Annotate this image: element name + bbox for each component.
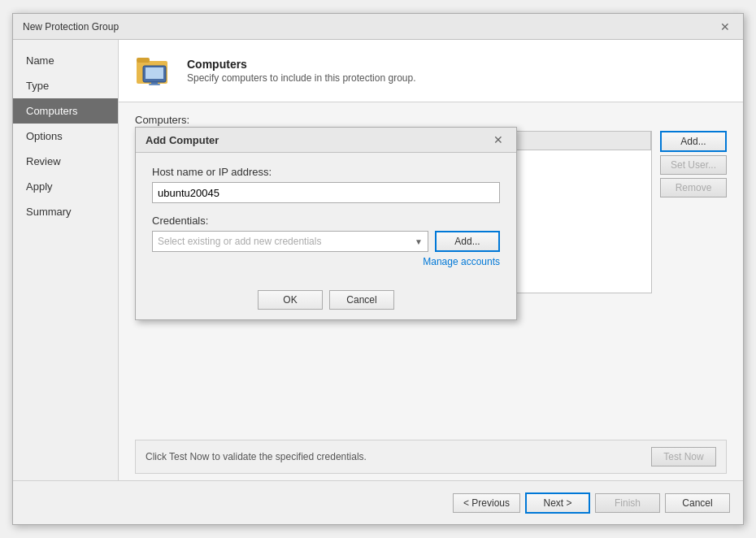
main-window: New Protection Group ✕ Name Type Compute… xyxy=(12,13,744,525)
svg-rect-5 xyxy=(149,84,160,85)
computers-icon xyxy=(135,51,174,90)
set-user-button[interactable]: Set User... xyxy=(660,155,727,175)
content-area: Name Type Computers Options Review Apply… xyxy=(13,40,743,480)
cancel-dialog-button[interactable]: Cancel xyxy=(329,290,394,310)
sidebar-item-name[interactable]: Name xyxy=(13,48,118,73)
sidebar-item-type[interactable]: Type xyxy=(13,73,118,98)
header-subtitle: Specify computers to include in this pro… xyxy=(187,72,415,84)
footer-buttons: < Previous Next > Finish Cancel xyxy=(13,480,743,524)
finish-button[interactable]: Finish xyxy=(595,493,660,513)
dropdown-arrow-icon: ▼ xyxy=(415,237,423,246)
dialog-title: Add Computer xyxy=(146,134,219,146)
left-sidebar: Name Type Computers Options Review Apply… xyxy=(13,40,119,480)
right-panel: Computers: Computer Account Add... Set U… xyxy=(119,102,743,480)
host-input[interactable] xyxy=(152,182,500,203)
main-content: Computers Specify computers to include i… xyxy=(119,40,743,480)
dialog-title-bar: Add Computer ✕ xyxy=(136,128,516,153)
dialog-footer: OK Cancel xyxy=(136,280,516,319)
remove-button[interactable]: Remove xyxy=(660,178,727,197)
header-title: Computers xyxy=(187,58,415,71)
window-close-button[interactable]: ✕ xyxy=(717,20,733,33)
dialog-body: Host name or IP address: Credentials: Se… xyxy=(136,153,516,280)
sidebar-item-options[interactable]: Options xyxy=(13,124,118,149)
credentials-row: Select existing or add new credentials ▼… xyxy=(152,231,500,252)
next-button[interactable]: Next > xyxy=(525,492,590,514)
add-computer-button[interactable]: Add... xyxy=(660,131,727,152)
computers-label: Computers: xyxy=(135,114,727,126)
window-title: New Protection Group xyxy=(23,21,119,33)
sidebar-item-computers[interactable]: Computers xyxy=(13,98,118,124)
header-text: Computers Specify computers to include i… xyxy=(187,58,415,84)
ok-button[interactable]: OK xyxy=(258,290,323,310)
host-label: Host name or IP address: xyxy=(152,166,500,178)
cancel-button[interactable]: Cancel xyxy=(665,493,730,513)
add-credentials-button[interactable]: Add... xyxy=(435,231,500,252)
credentials-dropdown[interactable]: Select existing or add new credentials ▼ xyxy=(152,231,428,252)
test-now-button[interactable]: Test Now xyxy=(651,447,716,466)
add-computer-dialog: Add Computer ✕ Host name or IP address: … xyxy=(135,127,517,320)
svg-rect-4 xyxy=(151,82,158,84)
table-buttons: Add... Set User... Remove xyxy=(660,131,727,293)
credentials-label: Credentials: xyxy=(152,215,500,227)
dialog-close-button[interactable]: ✕ xyxy=(490,133,506,146)
svg-rect-1 xyxy=(137,58,150,63)
title-bar: New Protection Group ✕ xyxy=(13,14,743,40)
previous-button[interactable]: < Previous xyxy=(453,493,520,513)
manage-accounts-link[interactable]: Manage accounts xyxy=(423,256,500,267)
test-now-area: Click Test Now to validate the specified… xyxy=(135,440,727,474)
sidebar-item-apply[interactable]: Apply xyxy=(13,174,118,199)
sidebar-item-summary[interactable]: Summary xyxy=(13,199,118,224)
header-area: Computers Specify computers to include i… xyxy=(119,40,743,102)
test-now-text: Click Test Now to validate the specified… xyxy=(146,451,367,462)
sidebar-item-review[interactable]: Review xyxy=(13,149,118,174)
header-icon-svg xyxy=(135,51,174,90)
credentials-placeholder: Select existing or add new credentials xyxy=(158,236,321,247)
svg-rect-3 xyxy=(146,67,163,79)
